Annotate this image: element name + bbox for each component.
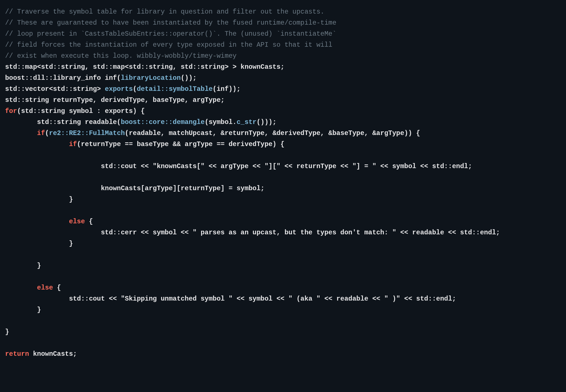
code-line: } [5,328,9,336]
code-line: } [5,306,41,314]
comment-line: // Traverse the symbol table for library… [5,8,324,16]
code-line: std::cout << "knownCasts[" << argType <<… [5,162,472,170]
code-block: // Traverse the symbol table for library… [0,0,566,366]
code-line: if(returnType == baseType && argType == … [5,140,284,148]
code-line: } [5,196,73,203]
code-line: std::cerr << symbol << " parses as an up… [5,229,500,236]
code-line: else { [5,284,61,292]
comment-line: // field forces the instantiation of eve… [5,41,332,49]
code-line: knownCasts[argType][returnType] = symbol… [5,185,265,192]
code-line: else { [5,218,93,225]
comment-line: // These are guaranteed to have been ins… [5,19,336,27]
code-line: std::string readable(boost::core::demang… [5,118,276,126]
code-line: if(re2::RE2::FullMatch(readable, matchUp… [5,129,420,137]
code-line: boost::dll::library_info inf(libraryLoca… [5,74,197,82]
code-line: std::vector<std::string> exports(detail:… [5,85,241,93]
code-line: std::string returnType, derivedType, bas… [5,96,225,104]
comment-line: // loop present in `CastsTableSubEntries… [5,30,336,38]
code-line: return knownCasts; [5,350,77,358]
code-line: std::map<std::string, std::map<std::stri… [5,63,284,71]
code-line: } [5,262,41,269]
comment-line: // exist when execute this loop. wibbly-… [5,52,237,60]
code-line: std::cout << "Skipping unmatched symbol … [5,295,456,303]
code-line: for(std::string symbol : exports) { [5,107,145,115]
code-line: } [5,240,73,247]
